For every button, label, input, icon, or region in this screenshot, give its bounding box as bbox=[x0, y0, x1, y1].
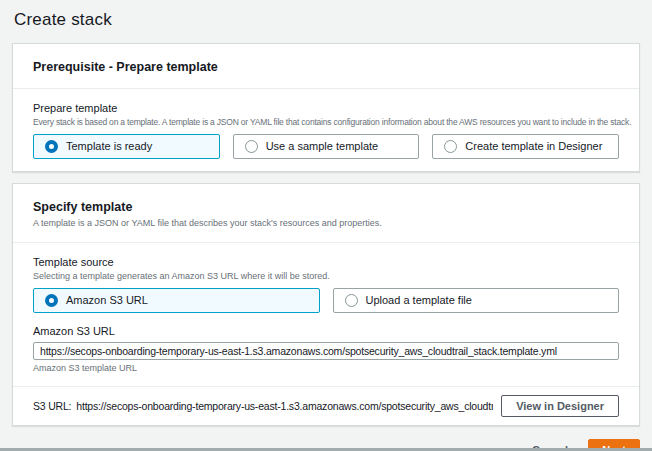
prerequisite-card-header: Prerequisite - Prepare template bbox=[13, 44, 639, 89]
radio-selected-icon bbox=[45, 140, 58, 153]
radio-tile-label: Upload a template file bbox=[366, 294, 472, 307]
specify-template-description: A template is a JSON or YAML file that d… bbox=[33, 218, 619, 229]
radio-unselected-icon bbox=[345, 294, 358, 307]
s3-url-value: https://secops-onboarding-temporary-us-e… bbox=[76, 400, 493, 412]
prerequisite-card-body: Prepare template Every stack is based on… bbox=[13, 89, 639, 171]
radio-tile-label: Use a sample template bbox=[266, 140, 379, 153]
radio-unselected-icon bbox=[444, 140, 457, 153]
specify-template-card-body: Template source Selecting a template gen… bbox=[13, 243, 639, 386]
amazon-s3-url-label: Amazon S3 URL bbox=[33, 325, 619, 338]
radio-selected-icon bbox=[45, 294, 58, 307]
prerequisite-card-title: Prerequisite - Prepare template bbox=[33, 59, 619, 75]
amazon-s3-url-field: Amazon S3 URL Amazon S3 template URL bbox=[33, 325, 619, 374]
prepare-template-options: Template is ready Use a sample template … bbox=[33, 134, 619, 159]
prepare-template-label: Prepare template bbox=[33, 102, 619, 115]
template-source-description: Selecting a template generates an Amazon… bbox=[33, 271, 619, 282]
page-title: Create stack bbox=[14, 10, 640, 30]
template-source-options: Amazon S3 URL Upload a template file bbox=[33, 288, 619, 313]
radio-tile-template-is-ready[interactable]: Template is ready bbox=[33, 134, 220, 159]
template-source-label: Template source bbox=[33, 256, 619, 269]
radio-tile-label: Create template in Designer bbox=[465, 140, 602, 153]
s3-url-readout: S3 URL:https://secops-onboarding-tempora… bbox=[33, 400, 493, 412]
specify-template-card-footer: S3 URL:https://secops-onboarding-tempora… bbox=[13, 386, 639, 425]
radio-tile-label: Amazon S3 URL bbox=[66, 294, 148, 307]
specify-template-title: Specify template bbox=[33, 199, 619, 215]
amazon-s3-url-hint: Amazon S3 template URL bbox=[33, 363, 619, 374]
radio-tile-create-template-in-designer[interactable]: Create template in Designer bbox=[432, 134, 619, 159]
amazon-s3-url-input[interactable] bbox=[33, 342, 619, 360]
radio-tile-use-sample-template[interactable]: Use a sample template bbox=[233, 134, 420, 159]
specify-template-card: Specify template A template is a JSON or… bbox=[12, 183, 640, 426]
radio-tile-label: Template is ready bbox=[66, 140, 152, 153]
prepare-template-description: Every stack is based on a template. A te… bbox=[33, 117, 619, 128]
radio-tile-upload-template-file[interactable]: Upload a template file bbox=[333, 288, 620, 313]
radio-unselected-icon bbox=[245, 140, 258, 153]
s3-url-prefix: S3 URL: bbox=[33, 400, 71, 412]
prerequisite-card: Prerequisite - Prepare template Prepare … bbox=[12, 43, 640, 172]
view-in-designer-button[interactable]: View in Designer bbox=[501, 395, 619, 417]
radio-tile-amazon-s3-url[interactable]: Amazon S3 URL bbox=[33, 288, 320, 313]
specify-template-card-header: Specify template A template is a JSON or… bbox=[13, 184, 639, 243]
